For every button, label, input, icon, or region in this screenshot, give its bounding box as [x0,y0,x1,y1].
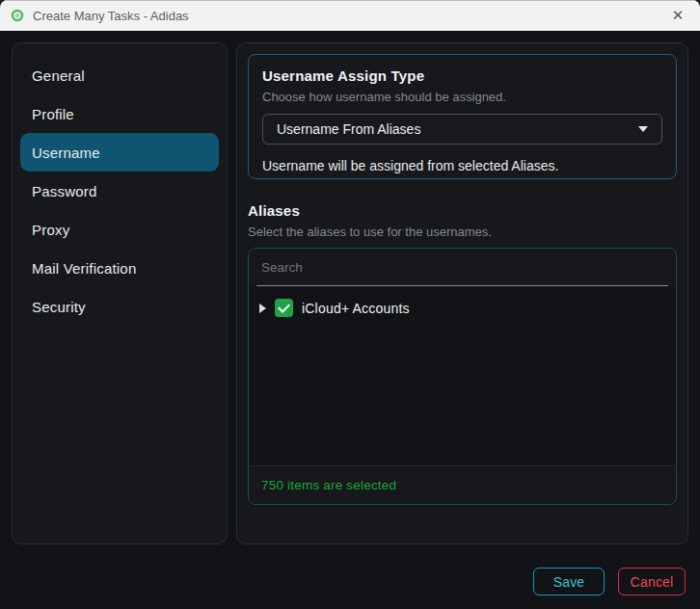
sidebar-item-security[interactable]: Security [20,287,219,326]
aliases-footer: 750 items are selected [249,465,676,504]
cancel-button[interactable]: Cancel [618,568,686,596]
selected-count-status: 750 items are selected [261,478,396,492]
aliases-tree: iCloud+ Accounts [249,286,676,465]
assign-type-dropdown[interactable]: Username From Aliases [262,114,662,145]
titlebar: Create Many Tasks - Adidas ✕ [0,0,700,31]
tree-row-icloud-accounts[interactable]: iCloud+ Accounts [249,295,676,321]
sidebar-item-password[interactable]: Password [20,172,219,210]
checked-checkbox-icon[interactable] [275,299,293,317]
search-input[interactable] [256,249,668,286]
assign-type-description: Choose how username should be assigned. [262,90,662,104]
chevron-down-icon [638,126,648,132]
search-row [249,249,676,286]
expand-arrow-icon[interactable] [259,304,266,313]
sidebar-nav: General Profile Username Password Proxy … [12,42,228,544]
assign-type-note: Username will be assigned from selected … [262,158,662,173]
dialog-content: General Profile Username Password Proxy … [0,31,700,609]
sidebar-item-mail-verification[interactable]: Mail Verification [20,249,219,287]
assign-type-selected-option: Username From Aliases [277,121,420,137]
save-button[interactable]: Save [533,568,605,596]
sidebar-item-general[interactable]: General [20,56,219,94]
username-settings-panel: Username Assign Type Choose how username… [236,42,688,544]
window-title: Create Many Tasks - Adidas [33,9,189,23]
aliases-title: Aliases [248,202,677,219]
app-logo-icon [10,8,25,23]
aliases-section-header: Aliases Select the aliases to use for th… [248,202,677,239]
assign-type-title: Username Assign Type [262,67,662,84]
dialog-window: Create Many Tasks - Adidas ✕ General Pro… [0,0,700,609]
sidebar-item-profile[interactable]: Profile [20,94,219,133]
aliases-description: Select the aliases to use for the userna… [248,225,677,239]
tree-item-label: iCloud+ Accounts [302,301,410,316]
sidebar-item-proxy[interactable]: Proxy [20,210,219,249]
username-assign-type-card: Username Assign Type Choose how username… [248,54,677,179]
sidebar-item-username[interactable]: Username [20,133,219,172]
close-button[interactable]: ✕ [656,0,700,31]
aliases-picker: iCloud+ Accounts 750 items are selected [248,248,677,505]
